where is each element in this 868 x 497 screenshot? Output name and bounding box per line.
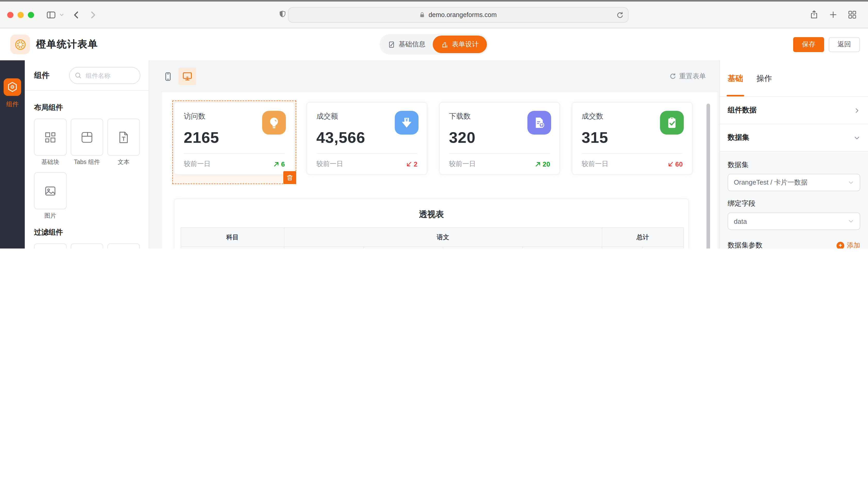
section-dataset[interactable]: 数据集 [720, 124, 868, 152]
search-icon [75, 72, 82, 79]
stat-card[interactable]: 成交数 315 较前一日 60 [572, 102, 692, 175]
clipboard-check-icon [660, 111, 684, 134]
component-item[interactable]: Tabs 组件 [71, 118, 103, 166]
divider [582, 153, 683, 154]
lock-icon [419, 11, 426, 18]
trend-up-value: 6 [273, 160, 285, 168]
mode-switch: 基础信息 表单设计 [380, 34, 488, 55]
minimize-window-button[interactable] [17, 12, 24, 18]
component-item-label: 文本 [107, 158, 140, 166]
trash-icon [286, 174, 294, 182]
divider [184, 153, 285, 154]
component-item[interactable]: 数字输入框 [71, 243, 103, 248]
delete-widget-button[interactable] [283, 171, 296, 184]
pivot-header-cell: 一年级 [284, 247, 363, 248]
tab-basic[interactable]: 基础 [728, 60, 743, 96]
tab-basic-info-label: 基础信息 [399, 40, 426, 49]
chevron-down-icon[interactable] [59, 12, 65, 17]
reset-form-label: 重置表单 [679, 72, 706, 81]
search-input[interactable] [85, 71, 131, 80]
chevron-right-icon [854, 107, 860, 114]
component-item-label: 图片 [34, 212, 67, 219]
yen-download-icon: ¥ [395, 111, 418, 134]
window-controls [7, 12, 34, 18]
trend-down-value: 60 [667, 160, 683, 168]
component-search[interactable] [69, 67, 140, 84]
zoom-window-button[interactable] [28, 12, 34, 18]
close-window-button[interactable] [7, 12, 13, 18]
property-panel: 基础 操作 组件数据 数据集 数据集 OrangeTest / 卡片一数据 绑定… [719, 60, 868, 248]
component-item[interactable]: 图片 [34, 172, 67, 219]
component-item-label: 基础块 [34, 158, 67, 166]
file-upload-icon [527, 111, 551, 134]
sidebar-toggle-icon[interactable] [46, 10, 56, 20]
dataset-settings: 数据集 OrangeTest / 卡片一数据 绑定字段 data 数据集参数 +… [720, 152, 868, 248]
stat-compare-label: 较前一日 [582, 159, 608, 169]
new-tab-icon[interactable] [828, 10, 838, 19]
chevron-down-icon [854, 134, 860, 141]
reset-icon [669, 73, 676, 80]
chevron-down-icon [848, 218, 854, 224]
address-bar[interactable]: demo.orangeforms.com [288, 7, 628, 23]
screen-edge [0, 0, 868, 2]
component-item[interactable]: 基础块 [34, 118, 67, 166]
orange-logo-icon [13, 38, 27, 51]
blocks-icon [43, 130, 57, 144]
divider [449, 153, 550, 154]
pivot-title: 透视表 [181, 209, 682, 220]
component-sidebar: 组件 布局组件 基础块 Tabs 组件 文本 图片 过滤组件 文本输入框 [25, 60, 149, 248]
canvas-toolbar: 重置表单 [149, 60, 719, 92]
tab-basic-info[interactable]: 基础信息 [388, 40, 426, 49]
reload-icon[interactable] [616, 11, 623, 19]
component-item[interactable]: 文本输入框 [34, 243, 67, 248]
app-header: 橙单统计表单 基础信息 表单设计 保存 返回 [0, 28, 868, 60]
rail-components-button[interactable] [4, 79, 21, 96]
dataset-select[interactable]: OrangeTest / 卡片一数据 [728, 174, 860, 191]
page-title: 橙单统计表单 [36, 38, 98, 51]
section-component-data[interactable]: 组件数据 [720, 97, 868, 124]
app-logo [10, 34, 30, 54]
stat-card[interactable]: 访问数 2165 较前一日 6 [174, 102, 295, 175]
save-button[interactable]: 保存 [793, 37, 824, 52]
bind-field-select[interactable]: data [728, 212, 860, 230]
stat-compare-label: 较前一日 [316, 159, 343, 169]
hexagon-component-icon [6, 81, 18, 93]
forward-icon[interactable] [88, 10, 98, 19]
reset-form-button[interactable]: 重置表单 [669, 72, 706, 81]
component-group-title: 过滤组件 [34, 228, 139, 237]
component-item[interactable]: 文本 [107, 118, 140, 166]
component-groups: 布局组件 基础块 Tabs 组件 文本 图片 过滤组件 文本输入框 数字输入框 … [25, 91, 149, 248]
trend-up-icon [273, 160, 280, 167]
trend-down-icon [667, 160, 674, 167]
stat-card[interactable]: 下载数 320 较前一日 20 [439, 102, 560, 175]
component-item[interactable]: 开关组件 [107, 243, 140, 248]
share-icon[interactable] [809, 10, 819, 19]
desktop-preview-icon[interactable] [179, 68, 196, 85]
image-icon [43, 184, 57, 198]
add-dataset-param-button[interactable]: +添加 [837, 241, 860, 248]
bind-field-label: 绑定字段 [728, 199, 860, 208]
shield-icon[interactable] [278, 10, 287, 19]
tab-overview-icon[interactable] [848, 10, 857, 19]
stat-compare-label: 较前一日 [184, 159, 210, 169]
pivot-header-cell: 四年级 [523, 247, 602, 248]
pivot-header-cell: 总计 [602, 228, 684, 247]
pivot-header-cell: 二年级 [363, 247, 443, 248]
pivot-header-cell: 上课次数 [642, 247, 684, 248]
pivot-table-widget[interactable]: 透视表 科目语文总计年级一年级二年级三年级四年级献花次数上课次数统计日期献花次数… [174, 198, 689, 248]
sidebar-title: 组件 [34, 71, 50, 81]
pivot-header-cell: 三年级 [443, 247, 523, 248]
dataset-field-label: 数据集 [728, 160, 860, 170]
divider [316, 153, 417, 154]
mobile-preview-icon[interactable] [163, 71, 174, 82]
pivot-header-cell: 语文 [284, 228, 602, 247]
canvas-scrollbar[interactable] [706, 104, 710, 248]
tab-form-design[interactable]: 表单设计 [433, 36, 487, 53]
section-component-data-label: 组件数据 [728, 106, 757, 115]
trend-down-icon [405, 160, 412, 167]
stat-card[interactable]: 成交额 ¥ 43,566 较前一日 2 [306, 102, 427, 175]
tab-actions[interactable]: 操作 [757, 60, 772, 96]
back-icon[interactable] [72, 10, 81, 19]
back-button[interactable]: 返回 [829, 37, 860, 52]
design-icon [441, 41, 449, 48]
